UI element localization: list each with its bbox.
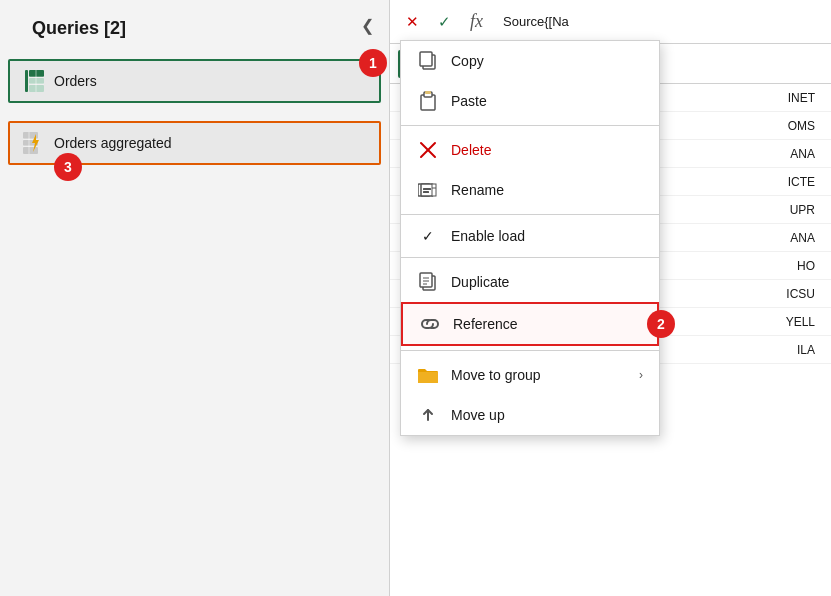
sidebar-item-orders[interactable]: Orders 1: [8, 59, 381, 103]
paste-icon: [417, 90, 439, 112]
menu-item-reference[interactable]: Reference 2: [401, 302, 659, 346]
confirm-icon: ✓: [438, 13, 451, 31]
svg-rect-35: [420, 273, 432, 287]
badge-3: 3: [54, 153, 82, 181]
copy-icon: [417, 50, 439, 72]
formula-bar: ✕ ✓ fx: [390, 0, 831, 44]
menu-rename-label: Rename: [451, 182, 504, 198]
folder-icon: [417, 364, 439, 386]
svg-rect-9: [23, 147, 38, 154]
badge-2: 2: [647, 310, 675, 338]
reference-icon: [419, 313, 441, 335]
svg-rect-3: [29, 85, 44, 92]
menu-move-up-label: Move up: [451, 407, 505, 423]
fx-label: fx: [462, 11, 491, 32]
sidebar-item-orders-aggregated-label: Orders aggregated: [54, 135, 172, 151]
orders-aggregated-icon: [22, 131, 46, 155]
menu-separator-1: [401, 125, 659, 126]
menu-separator-4: [401, 350, 659, 351]
orders-icon: [22, 69, 46, 93]
svg-rect-0: [25, 70, 28, 92]
menu-item-paste[interactable]: Paste: [401, 81, 659, 121]
svg-rect-31: [423, 191, 429, 193]
move-up-icon: [417, 404, 439, 426]
menu-item-enable-load[interactable]: ✓ Enable load: [401, 219, 659, 253]
svg-rect-1: [29, 70, 44, 77]
svg-rect-22: [420, 52, 432, 66]
collapse-sidebar-button[interactable]: ❮: [353, 12, 381, 40]
menu-enable-load-label: Enable load: [451, 228, 525, 244]
svg-rect-2: [29, 78, 44, 84]
menu-item-copy[interactable]: Copy: [401, 41, 659, 81]
menu-copy-label: Copy: [451, 53, 484, 69]
menu-separator-2: [401, 214, 659, 215]
menu-move-to-group-label: Move to group: [451, 367, 541, 383]
cancel-icon: ✕: [406, 13, 419, 31]
sidebar-title: Queries [2]: [16, 0, 142, 51]
menu-duplicate-label: Duplicate: [451, 274, 509, 290]
menu-item-delete[interactable]: Delete: [401, 130, 659, 170]
svg-rect-32: [432, 184, 436, 196]
menu-separator-3: [401, 257, 659, 258]
svg-rect-25: [425, 91, 431, 94]
sidebar-item-orders-aggregated[interactable]: Orders aggregated 3: [8, 121, 381, 165]
badge-1: 1: [359, 49, 387, 77]
delete-icon: [417, 139, 439, 161]
confirm-button[interactable]: ✓: [430, 8, 458, 36]
duplicate-icon: [417, 271, 439, 293]
menu-reference-label: Reference: [453, 316, 518, 332]
menu-item-rename[interactable]: Rename: [401, 170, 659, 210]
submenu-arrow-icon: ›: [639, 368, 643, 382]
checkmark-icon: ✓: [417, 228, 439, 244]
menu-item-move-up[interactable]: Move up: [401, 395, 659, 435]
sidebar-item-orders-label: Orders: [54, 73, 97, 89]
rename-icon: [417, 179, 439, 201]
cancel-button[interactable]: ✕: [398, 8, 426, 36]
svg-rect-30: [423, 188, 431, 190]
formula-input[interactable]: [495, 10, 823, 33]
menu-delete-label: Delete: [451, 142, 491, 158]
menu-item-move-to-group[interactable]: Move to group ›: [401, 355, 659, 395]
menu-paste-label: Paste: [451, 93, 487, 109]
context-menu[interactable]: Copy Paste: [400, 40, 660, 436]
menu-item-duplicate[interactable]: Duplicate: [401, 262, 659, 302]
